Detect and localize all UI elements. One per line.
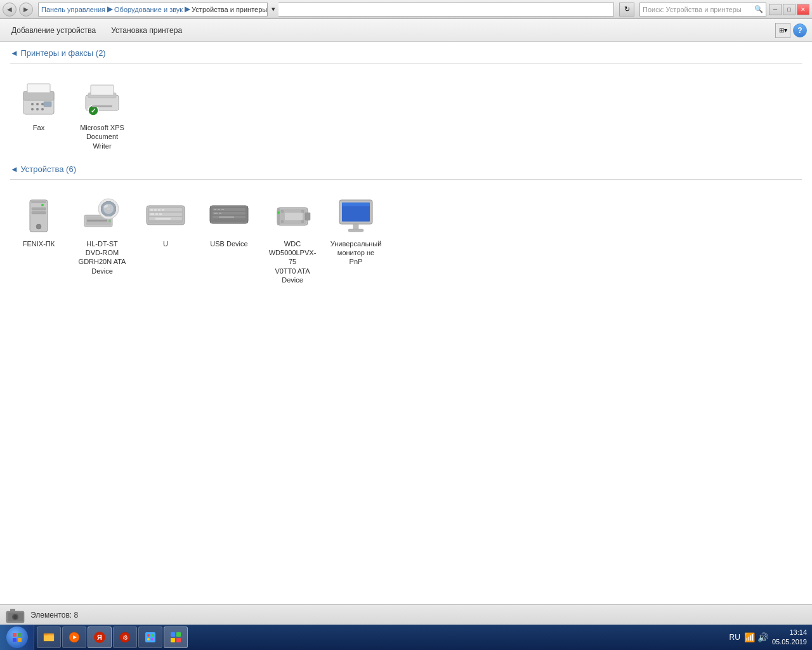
- svg-point-8: [41, 108, 44, 110]
- add-printer-button[interactable]: Установка принтера: [105, 22, 188, 39]
- title-bar-left: ◀ ▶ Панель управления ▶ Оборудование и з…: [3, 3, 766, 17]
- search-placeholder: Поиск: Устройства и принтеры: [643, 6, 742, 13]
- svg-rect-77: [13, 633, 16, 637]
- view-options-button[interactable]: ⊞▾: [775, 23, 790, 38]
- svg-text:Я: Я: [97, 633, 102, 641]
- svg-point-93: [147, 638, 150, 640]
- taskbar-tray: RU 📶 🔊 13:14 05.05.2019: [724, 628, 812, 647]
- svg-point-92: [151, 634, 154, 637]
- minimize-button[interactable]: ─: [769, 4, 782, 15]
- taskbar-paint[interactable]: [138, 627, 162, 648]
- refresh-button[interactable]: ↻: [619, 3, 634, 17]
- forward-button[interactable]: ▶: [19, 3, 33, 17]
- taskbar-controlpanel[interactable]: [164, 627, 188, 648]
- start-orb: [6, 627, 28, 648]
- printers-section-header[interactable]: ◄ Принтеры и факсы (2): [10, 48, 802, 58]
- svg-rect-70: [348, 229, 363, 232]
- svg-rect-83: [44, 633, 48, 635]
- device-hdd[interactable]: WDCWD5000LPVX-75V0TT0 ATADevice: [264, 190, 321, 288]
- fax-icon: [17, 77, 60, 121]
- toolbar: Добавление устройства Установка принтера…: [0, 19, 812, 42]
- toolbar-right: ⊞▾ ?: [775, 23, 807, 38]
- svg-rect-39: [158, 209, 160, 211]
- device-monitor[interactable]: Универсальныймонитор не PnP: [327, 190, 384, 288]
- svg-rect-90: [145, 632, 155, 642]
- svg-rect-58: [277, 208, 280, 225]
- svg-text:✓: ✓: [91, 107, 96, 114]
- svg-point-62: [281, 220, 284, 223]
- network-icon: 📶: [744, 632, 755, 642]
- svg-rect-96: [176, 632, 181, 637]
- svg-rect-53: [214, 213, 218, 214]
- device-dvd[interactable]: HL-DT-STDVD-ROMGDRH20N ATADevice: [74, 190, 131, 288]
- help-button[interactable]: ?: [793, 23, 807, 37]
- svg-point-60: [281, 210, 284, 213]
- svg-point-4: [36, 103, 39, 105]
- svg-point-21: [41, 204, 44, 206]
- svg-point-91: [147, 634, 150, 637]
- clock-date: 05.05.2019: [772, 637, 807, 647]
- svg-rect-44: [155, 218, 171, 220]
- search-icon[interactable]: 🔍: [754, 5, 763, 13]
- svg-rect-98: [176, 638, 181, 642]
- fenix-pc-icon: [17, 194, 60, 237]
- taskbar: Я ⚙ RU: [0, 625, 812, 650]
- svg-rect-38: [154, 209, 157, 211]
- address-dropdown[interactable]: ▾: [267, 3, 278, 17]
- fenix-pc-label: FENIX-ПК: [23, 239, 55, 248]
- taskbar-settings[interactable]: ⚙: [113, 627, 137, 648]
- printers-grid: Fax ✓ Microsoft XPSDocumen: [10, 69, 802, 164]
- taskbar-explorer[interactable]: [37, 627, 61, 648]
- svg-rect-9: [44, 102, 51, 107]
- status-bar: Элементов: 8: [0, 604, 812, 625]
- svg-rect-34: [149, 208, 182, 211]
- dvd-icon: [81, 194, 124, 237]
- start-button[interactable]: [0, 625, 34, 650]
- svg-point-20: [36, 224, 41, 229]
- search-box[interactable]: Поиск: Устройства и принтеры 🔍: [639, 3, 766, 17]
- main-content: ◄ Принтеры и факсы (2): [0, 42, 812, 604]
- svg-rect-68: [342, 202, 370, 206]
- close-button[interactable]: ✕: [797, 4, 809, 15]
- svg-rect-82: [44, 635, 54, 641]
- devices-grid: FENIX-ПК: [10, 185, 802, 298]
- tray-icons: 📶 🔊: [744, 632, 768, 642]
- svg-rect-19: [32, 211, 46, 214]
- svg-rect-52: [221, 209, 224, 210]
- printers-section-label: ◄ Принтеры и факсы (2): [10, 48, 106, 58]
- clock[interactable]: 13:14 05.05.2019: [772, 628, 807, 647]
- breadcrumb-arrow-2: ▶: [185, 5, 190, 13]
- svg-rect-24: [87, 220, 107, 222]
- hdd-label: WDCWD5000LPVX-75V0TT0 ATADevice: [268, 239, 317, 284]
- svg-rect-40: [162, 209, 164, 211]
- device-xps-writer[interactable]: ✓ Microsoft XPSDocument Writer: [74, 74, 131, 154]
- back-button[interactable]: ◀: [3, 3, 16, 17]
- fax-label: Fax: [33, 123, 44, 132]
- volume-icon[interactable]: 🔊: [757, 632, 768, 642]
- devices-section-label: ◄ Устройства (6): [10, 164, 76, 174]
- svg-point-5: [41, 103, 44, 105]
- taskbar-yandex[interactable]: Я: [88, 627, 112, 648]
- svg-rect-79: [13, 638, 16, 642]
- svg-point-63: [301, 220, 304, 223]
- devices-divider: [10, 179, 802, 180]
- svg-rect-65: [305, 213, 310, 220]
- taskbar-media[interactable]: [62, 627, 86, 648]
- device-keyboard-u[interactable]: U: [137, 190, 194, 288]
- devices-section-header[interactable]: ◄ Устройства (6): [10, 164, 802, 174]
- address-bar[interactable]: Панель управления ▶ Оборудование и звук …: [38, 3, 614, 17]
- svg-rect-37: [150, 209, 153, 211]
- maximize-button[interactable]: □: [783, 4, 796, 15]
- device-fenix-pc[interactable]: FENIX-ПК: [10, 190, 67, 288]
- breadcrumb-hardware[interactable]: Оборудование и звук: [114, 6, 183, 13]
- svg-rect-50: [214, 209, 216, 210]
- breadcrumb-control-panel[interactable]: Панель управления: [41, 6, 105, 13]
- device-usb[interactable]: USB Device: [200, 190, 258, 288]
- device-fax[interactable]: Fax: [10, 74, 67, 154]
- svg-rect-12: [91, 85, 114, 95]
- tray-language[interactable]: RU: [730, 633, 740, 642]
- title-bar: ◀ ▶ Панель управления ▶ Оборудование и з…: [0, 0, 812, 19]
- clock-time: 13:14: [772, 628, 807, 637]
- add-device-button[interactable]: Добавление устройства: [5, 22, 102, 39]
- svg-rect-2: [27, 84, 50, 93]
